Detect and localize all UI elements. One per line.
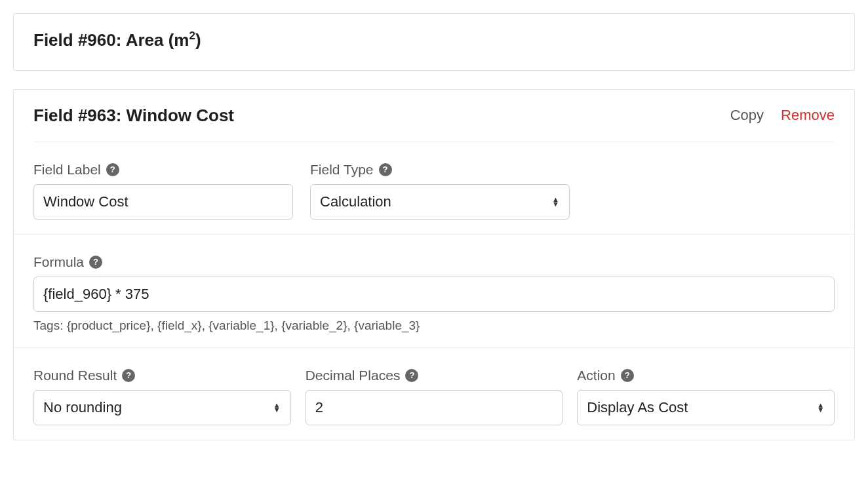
formula-section: Formula ? Tags: {product_price}, {field_… [14, 235, 854, 348]
field-960-title-sup: 2 [189, 29, 195, 42]
field-960-title: Field #960: Area (m2) [33, 29, 835, 50]
field-type-select[interactable] [310, 184, 570, 220]
help-icon[interactable]: ? [379, 163, 392, 176]
decimal-places-label: Decimal Places [306, 368, 401, 383]
field-960-panel: Field #960: Area (m2) [13, 13, 855, 71]
help-icon[interactable]: ? [89, 256, 102, 269]
help-icon[interactable]: ? [405, 369, 418, 382]
help-icon[interactable]: ? [621, 369, 634, 382]
action-label: Action [577, 368, 615, 383]
formula-label: Formula [33, 254, 84, 270]
field-type-label: Field Type [310, 162, 374, 178]
copy-button[interactable]: Copy [730, 107, 764, 124]
field-963-title: Field #963: Window Cost [33, 106, 234, 126]
action-select[interactable] [577, 390, 835, 425]
field-963-header: Field #963: Window Cost Copy Remove [14, 90, 854, 142]
field-label-label: Field Label [33, 162, 101, 178]
formula-input[interactable] [33, 277, 835, 312]
field-963-panel: Field #963: Window Cost Copy Remove Fiel… [13, 89, 855, 440]
remove-button[interactable]: Remove [781, 107, 835, 124]
field-960-title-suffix: ) [195, 30, 201, 50]
label-type-section: Field Label ? Field Type ? ▲▼ [14, 142, 854, 235]
field-963-actions: Copy Remove [730, 107, 835, 124]
decimal-places-input[interactable] [306, 390, 563, 425]
formula-tags-hint: Tags: {product_price}, {field_x}, {varia… [33, 319, 835, 333]
help-icon[interactable]: ? [106, 163, 119, 176]
help-icon[interactable]: ? [122, 369, 135, 382]
round-decimal-action-section: Round Result ? ▲▼ Decimal Places ? Actio… [14, 348, 854, 440]
field-960-title-prefix: Field #960: Area (m [33, 30, 189, 50]
field-label-input[interactable] [33, 184, 293, 220]
round-result-label: Round Result [33, 368, 117, 383]
round-result-select[interactable] [33, 390, 291, 425]
